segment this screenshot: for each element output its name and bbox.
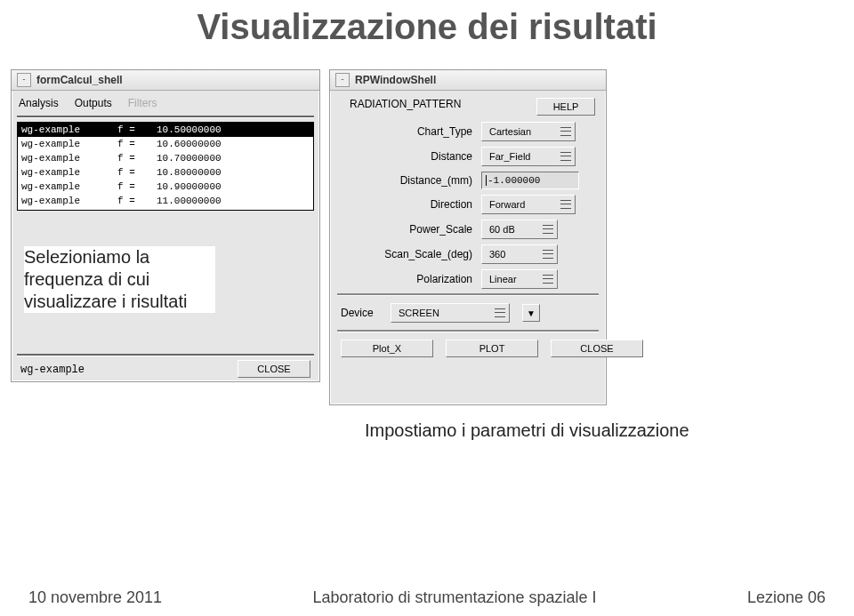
list-item[interactable]: wg-example f = 10.50000000 — [18, 123, 313, 137]
device-dropdown[interactable]: SCREEN — [391, 303, 510, 323]
close-button[interactable]: CLOSE — [238, 360, 310, 378]
dropdown-value: Forward — [489, 199, 525, 210]
titlebar[interactable]: - RPWindowShell — [330, 70, 606, 91]
dropdown-icon — [560, 200, 571, 209]
input-value: -1.000000 — [487, 175, 540, 186]
field-direction: Direction Forward — [330, 192, 606, 217]
divider — [17, 354, 314, 356]
formcalcul-window: - formCalcul_shell Analysis Outputs Filt… — [11, 69, 320, 382]
dropdown-icon — [560, 152, 571, 161]
divider — [337, 293, 599, 296]
list-item[interactable]: wg-example f = 10.90000000 — [18, 180, 313, 194]
divider — [337, 330, 599, 332]
dropdown-icon — [543, 225, 553, 234]
scan-scale-dropdown[interactable]: 360 — [481, 244, 558, 264]
footer-right: Lezione 06 — [747, 588, 826, 607]
power-scale-dropdown[interactable]: 60 dB — [481, 220, 558, 239]
list-col-name: wg-example — [21, 152, 117, 164]
help-button[interactable]: HELP — [536, 98, 595, 116]
device-label: Device — [341, 307, 385, 319]
callout-right: Impostiamo i parametri di visualizzazion… — [365, 420, 689, 442]
list-item[interactable]: wg-example f = 11.00000000 — [18, 194, 313, 208]
divider — [17, 116, 314, 118]
footer-buttons: Plot_X PLOT CLOSE — [330, 334, 606, 363]
list-col-name: wg-example — [21, 166, 117, 179]
field-distance: Distance Far_Field — [330, 144, 606, 169]
list-col-f: f = — [117, 180, 157, 193]
field-label: Distance — [337, 150, 481, 163]
menu-filters: Filters — [128, 97, 157, 109]
field-label: Distance_(mm) — [337, 174, 481, 187]
list-col-f: f = — [117, 166, 157, 179]
dropdown-icon — [495, 308, 505, 317]
dropdown-icon — [543, 250, 553, 259]
header-row: RADIATION_PATTERN HELP — [330, 91, 606, 119]
footer-date: 10 novembre 2011 — [28, 588, 162, 607]
list-col-val: 10.60000000 — [157, 138, 222, 150]
slide-footer: 10 novembre 2011 Laboratorio di strument… — [0, 588, 854, 607]
window-title: formCalcul_shell — [36, 74, 123, 86]
chart-type-dropdown[interactable]: Cartesian — [481, 122, 576, 141]
plot-x-button[interactable]: Plot_X — [341, 340, 433, 357]
window-menu-icon[interactable]: - — [17, 73, 31, 87]
list-col-f: f = — [117, 124, 157, 136]
field-polarization: Polarization Linear — [330, 267, 606, 292]
field-distance-mm: Distance_(mm) -1.000000 — [330, 169, 606, 192]
field-label: Polarization — [337, 273, 481, 285]
dropdown-icon — [560, 127, 571, 136]
list-item[interactable]: wg-example f = 10.70000000 — [18, 151, 313, 165]
list-item[interactable]: wg-example f = 10.80000000 — [18, 165, 313, 180]
dropdown-value: 60 dB — [489, 224, 515, 235]
dropdown-value: Cartesian — [489, 126, 531, 137]
distance-mm-input[interactable]: -1.000000 — [481, 172, 579, 189]
close-button[interactable]: CLOSE — [551, 340, 643, 357]
polarization-dropdown[interactable]: Linear — [481, 269, 558, 289]
dropdown-value: SCREEN — [399, 308, 439, 318]
plot-button[interactable]: PLOT — [446, 340, 538, 357]
list-item[interactable]: wg-example f = 10.60000000 — [18, 137, 313, 151]
status-text: wg-example — [20, 364, 85, 376]
header-label: RADIATION_PATTERN — [350, 98, 461, 116]
list-col-f: f = — [117, 195, 157, 207]
dropdown-icon — [543, 275, 553, 284]
list-col-val: 10.70000000 — [157, 152, 222, 164]
titlebar[interactable]: - formCalcul_shell — [12, 70, 319, 91]
direction-dropdown[interactable]: Forward — [481, 195, 576, 214]
dropdown-value: Far_Field — [489, 151, 530, 162]
list-col-name: wg-example — [21, 180, 117, 193]
results-listbox[interactable]: wg-example f = 10.50000000 wg-example f … — [17, 122, 314, 211]
field-chart-type: Chart_Type Cartesian — [330, 119, 606, 144]
list-col-val: 10.80000000 — [157, 166, 222, 179]
field-label: Scan_Scale_(deg) — [337, 248, 481, 260]
list-col-f: f = — [117, 152, 157, 164]
callout-left: Selezioniamo la frequenza di cui visuali… — [24, 246, 215, 313]
list-col-val: 11.00000000 — [157, 195, 222, 207]
field-power-scale: Power_Scale 60 dB — [330, 217, 606, 242]
text-cursor-icon — [486, 175, 487, 186]
menu-outputs[interactable]: Outputs — [75, 97, 112, 109]
list-col-val: 10.50000000 — [157, 124, 222, 136]
field-label: Power_Scale — [337, 223, 481, 236]
slide-title: Visualizzazione dei risultati — [0, 7, 854, 47]
list-col-name: wg-example — [21, 138, 117, 150]
field-label: Chart_Type — [337, 125, 481, 138]
list-col-name: wg-example — [21, 124, 117, 136]
dropdown-value: 360 — [489, 249, 505, 260]
dropdown-value: Linear — [489, 274, 517, 284]
device-picker-button[interactable]: ▼ — [522, 304, 540, 322]
field-label: Direction — [337, 198, 481, 211]
menu-analysis[interactable]: Analysis — [19, 97, 59, 109]
list-col-val: 10.90000000 — [157, 180, 222, 193]
rpwindow: - RPWindowShell RADIATION_PATTERN HELP C… — [329, 69, 607, 405]
list-col-f: f = — [117, 138, 157, 150]
list-col-name: wg-example — [21, 195, 117, 207]
field-scan-scale: Scan_Scale_(deg) 360 — [330, 242, 606, 267]
menu-bar: Analysis Outputs Filters — [12, 91, 319, 116]
footer-center: Laboratorio di strumentazione spaziale I — [312, 588, 596, 607]
distance-dropdown[interactable]: Far_Field — [481, 147, 576, 166]
window-menu-icon[interactable]: - — [335, 73, 350, 87]
window-title: RPWindowShell — [355, 74, 436, 86]
device-row: Device SCREEN ▼ — [330, 298, 606, 328]
